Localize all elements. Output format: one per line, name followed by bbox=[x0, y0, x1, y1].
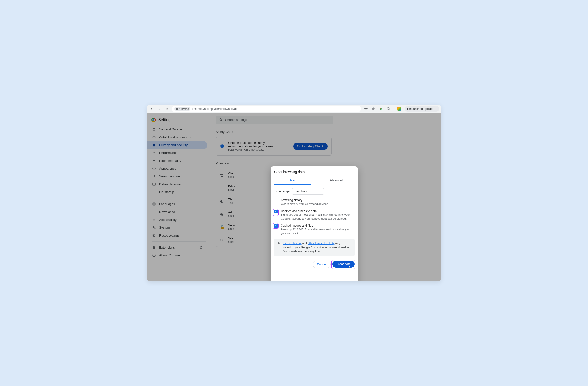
cancel-button[interactable]: Cancel bbox=[313, 261, 331, 268]
info-box: G Search history and other forms of acti… bbox=[274, 239, 355, 256]
google-g-icon: G bbox=[277, 241, 281, 245]
dialog-title: Clear browsing data bbox=[271, 166, 358, 176]
svg-point-3 bbox=[435, 108, 435, 109]
svg-point-2 bbox=[380, 108, 381, 109]
clear-data-button[interactable]: Clear data bbox=[333, 261, 355, 268]
svg-point-4 bbox=[435, 108, 436, 109]
checkbox-cookies[interactable] bbox=[274, 210, 278, 213]
option-sub: Signs you out of most sites. You'll stay… bbox=[281, 213, 355, 221]
option-sub: Frees up 22.5 MB. Some sites may load mo… bbox=[281, 227, 355, 235]
svg-point-5 bbox=[436, 108, 437, 109]
extension-icon-1[interactable] bbox=[378, 106, 384, 112]
time-range-select[interactable]: Last hour bbox=[292, 188, 324, 194]
relaunch-button[interactable]: Relaunch to update bbox=[405, 106, 439, 111]
option-title: Cached images and files bbox=[281, 224, 355, 227]
reload-button[interactable] bbox=[164, 106, 170, 112]
clear-data-dialog: Clear browsing data Basic Advanced Time … bbox=[271, 166, 358, 281]
url-text: chrome://settings/clearBrowserData bbox=[192, 107, 238, 110]
shield-icon[interactable] bbox=[370, 106, 377, 112]
bookmark-icon[interactable] bbox=[363, 106, 369, 112]
time-range-label: Time range bbox=[274, 190, 290, 193]
tab-advanced[interactable]: Advanced bbox=[314, 176, 358, 185]
profile-avatar[interactable] bbox=[397, 107, 401, 111]
browser-window: Chrome chrome://settings/clearBrowserDat… bbox=[147, 105, 441, 281]
toolbar-divider bbox=[393, 107, 394, 111]
option-title: Browsing history bbox=[281, 198, 328, 202]
site-chip: Chrome bbox=[174, 107, 190, 110]
search-history-link[interactable]: Search history bbox=[283, 242, 302, 245]
forward-button[interactable] bbox=[156, 106, 163, 112]
checkbox-history[interactable] bbox=[274, 199, 278, 202]
address-bar[interactable]: Chrome chrome://settings/clearBrowserDat… bbox=[172, 106, 361, 112]
checkbox-cache[interactable] bbox=[274, 224, 278, 228]
svg-point-0 bbox=[176, 108, 178, 110]
option-sub: Clears history from all synced devices bbox=[281, 202, 328, 206]
back-button[interactable] bbox=[149, 106, 155, 112]
browser-toolbar: Chrome chrome://settings/clearBrowserDat… bbox=[147, 105, 441, 113]
extensions-icon[interactable] bbox=[385, 106, 391, 112]
cursor-pointer-icon bbox=[348, 265, 351, 269]
dialog-tabs: Basic Advanced bbox=[271, 176, 358, 185]
tab-basic[interactable]: Basic bbox=[271, 176, 314, 185]
option-title: Cookies and other site data bbox=[281, 209, 355, 213]
activity-link[interactable]: other forms of activity bbox=[308, 242, 335, 245]
